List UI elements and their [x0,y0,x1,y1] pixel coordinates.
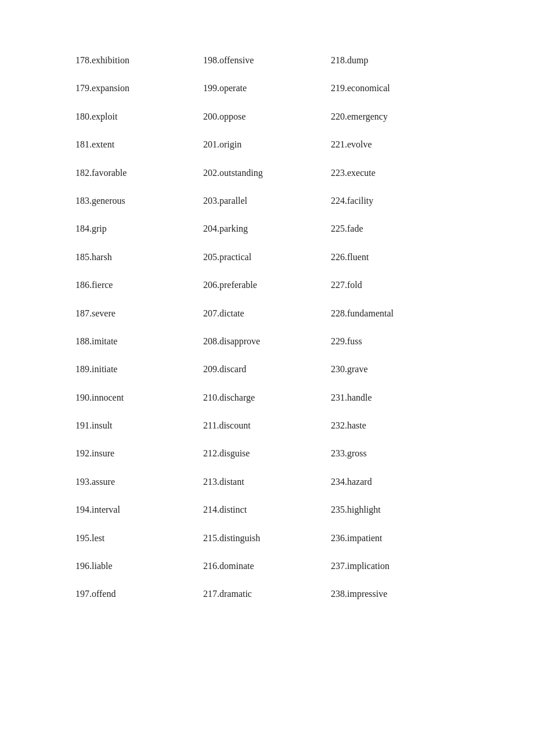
word-list-container: 178.exhibition198.offensive218.dump179.e… [0,0,534,655]
list-item: 204.parking [203,215,331,243]
list-item: 214.distinct [203,496,331,524]
list-item: 226.fluent [331,243,459,271]
list-item: 229.fuss [331,327,459,355]
list-item: 179.expansion [75,74,203,102]
list-item: 227.fold [331,271,459,299]
word-grid: 178.exhibition198.offensive218.dump179.e… [75,46,459,609]
list-item: 203.parallel [203,187,331,215]
list-item: 215.distinguish [203,524,331,552]
list-item: 235.highlight [331,496,459,524]
list-item: 191.insult [75,412,203,440]
list-item: 199.operate [203,74,331,102]
list-item: 195.lest [75,524,203,552]
list-item: 186.fierce [75,271,203,299]
list-item: 194.interval [75,496,203,524]
list-item: 189.initiate [75,355,203,383]
list-item: 193.assure [75,468,203,496]
list-item: 223.execute [331,159,459,187]
list-item: 232.haste [331,412,459,440]
list-item: 181.extent [75,131,203,159]
list-item: 221.evolve [331,131,459,159]
list-item: 230.grave [331,355,459,383]
list-item: 206.preferable [203,271,331,299]
list-item: 212.disguise [203,440,331,467]
list-item: 210.discharge [203,384,331,412]
list-item: 188.imitate [75,327,203,355]
list-item: 201.origin [203,131,331,159]
list-item: 185.harsh [75,243,203,271]
list-item: 211.discount [203,412,331,440]
list-item: 217.dramatic [203,580,331,608]
list-item: 231.handle [331,384,459,412]
list-item: 178.exhibition [75,46,203,74]
list-item: 237.implication [331,552,459,580]
list-item: 228.fundamental [331,300,459,327]
list-item: 220.emergency [331,103,459,131]
list-item: 213.distant [203,468,331,496]
list-item: 200.oppose [203,103,331,131]
list-item: 197.offend [75,580,203,608]
list-item: 182.favorable [75,159,203,187]
list-item: 234.hazard [331,468,459,496]
list-item: 187.severe [75,300,203,327]
list-item: 218.dump [331,46,459,74]
list-item: 236.impatient [331,524,459,552]
list-item: 180.exploit [75,103,203,131]
list-item: 238.impressive [331,580,459,608]
list-item: 184.grip [75,215,203,243]
list-item: 224.facility [331,187,459,215]
list-item: 233.gross [331,440,459,467]
list-item: 205.practical [203,243,331,271]
list-item: 198.offensive [203,46,331,74]
list-item: 190.innocent [75,384,203,412]
list-item: 216.dominate [203,552,331,580]
list-item: 208.disapprove [203,327,331,355]
list-item: 207.dictate [203,300,331,327]
list-item: 219.economical [331,74,459,102]
list-item: 225.fade [331,215,459,243]
list-item: 196.liable [75,552,203,580]
list-item: 192.insure [75,440,203,467]
list-item: 202.outstanding [203,159,331,187]
list-item: 183.generous [75,187,203,215]
list-item: 209.discard [203,355,331,383]
